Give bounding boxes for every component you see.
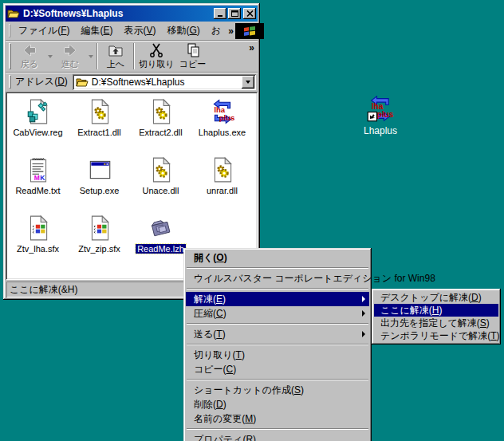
file-label: unrar.dll [205, 186, 239, 195]
context-menu-item-open[interactable]: 開く(O) [186, 250, 369, 265]
menu-separator [187, 344, 368, 345]
dll-file-icon [148, 98, 175, 125]
context-menu-item-cut[interactable]: 切り取り(T) [186, 348, 369, 362]
desktop-shortcut-lhaplus[interactable]: lha plus Lhaplus [352, 94, 408, 136]
cut-button[interactable]: 切り取り [136, 41, 177, 71]
toolbar-separator [96, 43, 98, 69]
minimize-button[interactable] [214, 8, 226, 19]
context-menu-item-create-shortcut[interactable]: ショートカットの作成(S) [186, 383, 369, 397]
address-value[interactable]: D:¥Softnews¥Lhaplus [92, 77, 242, 88]
menu-favorites-truncated[interactable]: お [206, 22, 226, 40]
submenu-item-extract-temporary[interactable]: テンポラリモードで解凍(T) [374, 329, 498, 342]
maximize-button[interactable] [228, 8, 241, 19]
toolbar-gripper[interactable] [9, 43, 11, 69]
menu-separator [187, 428, 368, 430]
throbber-logo [235, 23, 264, 39]
file-item[interactable]: Ztv_zip.sfx [69, 213, 130, 271]
file-label: ReadMe.txt [14, 186, 61, 195]
back-button[interactable]: 戻る [14, 41, 45, 71]
file-label: ReadMe.lzh [136, 244, 186, 254]
application-window-icon [86, 156, 113, 183]
menubar-gripper[interactable] [9, 24, 10, 37]
file-item[interactable]: lha plus Lhaplus.exe [191, 96, 253, 155]
file-label: Extract1.dll [76, 128, 122, 137]
forward-button[interactable]: 進む [54, 41, 86, 71]
file-item[interactable]: CabView.reg [7, 96, 69, 155]
context-menu-item-sendto[interactable]: 送る(T) [186, 327, 369, 341]
extract-submenu: デスクトップに解凍(D) ここに解凍(H) 出力先を指定して解凍(S) テンポラ… [372, 289, 501, 345]
context-menu-item-virusbuster[interactable]: ウイルスバスター コーポレートエディション for Win98 [186, 271, 369, 285]
menu-go[interactable]: 移動(G) [162, 22, 206, 40]
svg-text:K: K [40, 174, 45, 182]
back-dropdown[interactable] [45, 41, 54, 71]
lzh-archive-icon [148, 215, 175, 242]
context-menu-item-compress[interactable]: 圧縮(C) [186, 306, 369, 321]
forward-arrow-icon [61, 42, 79, 58]
file-item[interactable]: unrar.dll [191, 155, 253, 213]
dll-file-icon [209, 156, 236, 183]
context-menu: 開く(O) ウイルスバスター コーポレートエディション for Win98 解凍… [183, 248, 372, 441]
toolbar-overflow-chevron[interactable]: » [249, 42, 254, 53]
text-file-icon: M K [25, 156, 52, 183]
submenu-item-extract-desktop[interactable]: デスクトップに解凍(D) [374, 291, 498, 304]
scissors-icon [148, 42, 165, 58]
lhaplus-app-icon: lha plus [209, 98, 236, 125]
svg-text:plus: plus [377, 110, 394, 119]
menu-overflow-chevron[interactable]: » [226, 26, 235, 37]
desktop-shortcut-label: Lhaplus [364, 125, 397, 136]
window-title: D:¥Softnews¥Lhaplus [23, 8, 214, 19]
submenu-arrow-icon [362, 310, 365, 317]
menu-bar: ファイル(F) 編集(E) 表示(V) 移動(G) お » [6, 22, 258, 41]
copy-pages-icon [184, 42, 202, 58]
context-menu-item-copy[interactable]: コピー(C) [186, 362, 369, 376]
toolbar-separator [133, 43, 135, 69]
submenu-item-extract-here[interactable]: ここに解凍(H) [374, 304, 498, 317]
file-label: CabView.reg [11, 128, 64, 137]
menu-view[interactable]: 表示(V) [118, 22, 161, 40]
file-label: Extract2.dll [137, 128, 183, 137]
file-item[interactable]: Extract1.dll [69, 96, 130, 155]
close-icon [246, 10, 254, 17]
address-combobox[interactable]: D:¥Softnews¥Lhaplus [73, 74, 256, 90]
back-arrow-icon [21, 42, 38, 58]
dll-file-icon [86, 98, 113, 125]
up-button[interactable]: 上へ [100, 41, 132, 71]
submenu-item-extract-specify[interactable]: 出力先を指定して解凍(S) [374, 317, 498, 329]
shortcut-arrow-overlay [368, 112, 376, 121]
submenu-arrow-icon [362, 296, 365, 302]
addressbar-gripper[interactable] [9, 75, 11, 89]
menu-separator [187, 267, 368, 269]
menu-separator [187, 288, 368, 289]
copy-button[interactable]: コピー [177, 41, 209, 71]
menu-separator [187, 323, 368, 325]
context-menu-item-properties[interactable]: プロパティ(R) [186, 432, 369, 441]
submenu-arrow-icon [362, 331, 365, 337]
address-dropdown-button[interactable] [242, 76, 254, 89]
file-grid: CabView.reg Extract1.dll Extract2.dll [7, 96, 256, 271]
close-button[interactable] [243, 8, 256, 19]
file-item[interactable]: Unace.dll [130, 155, 191, 213]
file-item[interactable]: Extract2.dll [130, 96, 191, 155]
address-label: アドレス(D) [14, 75, 73, 89]
file-item[interactable]: Ztv_lha.sfx [7, 213, 69, 271]
file-item-selected[interactable]: ReadMe.lzh [130, 213, 191, 271]
context-menu-item-delete[interactable]: 削除(D) [186, 397, 369, 411]
windows-flag-icon [242, 25, 257, 37]
context-menu-item-rename[interactable]: 名前の変更(M) [186, 411, 369, 426]
context-menu-item-extract[interactable]: 解凍(E) [186, 292, 369, 306]
file-item[interactable]: Setup.exe [69, 155, 130, 213]
address-bar: アドレス(D) D:¥Softnews¥Lhaplus [6, 73, 258, 92]
menu-edit[interactable]: 編集(E) [75, 22, 118, 40]
forward-dropdown[interactable] [86, 41, 95, 71]
file-item[interactable]: M K ReadMe.txt [7, 155, 69, 213]
up-folder-icon [107, 42, 124, 58]
dll-file-icon [148, 156, 175, 183]
registry-file-icon [25, 98, 52, 125]
menu-separator [187, 379, 368, 380]
file-label: Ztv_lha.sfx [15, 244, 61, 254]
menu-file[interactable]: ファイル(F) [13, 22, 75, 40]
file-label: Lhaplus.exe [197, 128, 247, 137]
window-folder-icon [7, 8, 20, 19]
title-bar[interactable]: D:¥Softnews¥Lhaplus [6, 6, 258, 22]
minimize-icon [217, 10, 224, 17]
